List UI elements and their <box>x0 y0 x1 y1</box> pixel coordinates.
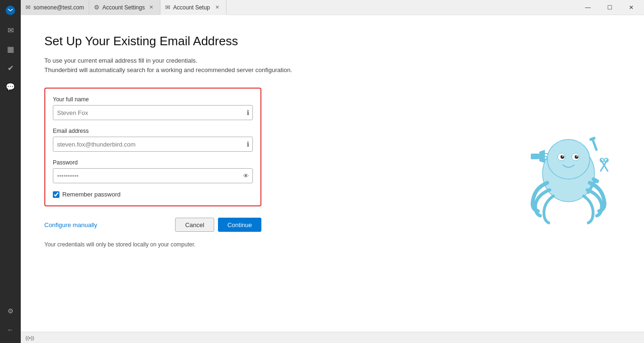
credentials-form-box: Your full name ℹ Email address ℹ <box>44 88 261 206</box>
settings-sidebar-icon[interactable]: ⚙ <box>0 302 21 320</box>
email-label: Email address <box>53 128 253 134</box>
svg-point-0 <box>6 6 15 15</box>
main-window: ✉ someone@test.com ⚙ Account Settings ✕ … <box>21 0 644 343</box>
email-sidebar-icon[interactable]: ✉ <box>0 21 21 40</box>
full-name-field-group: Your full name ℹ <box>53 96 253 120</box>
cancel-button[interactable]: Cancel <box>175 218 214 232</box>
full-name-label: Your full name <box>53 96 253 103</box>
remember-password-row: Remember password <box>53 191 253 198</box>
password-label: Password <box>53 159 253 166</box>
statusbar: ((•)) <box>21 332 644 343</box>
window-controls: — ☐ ✕ <box>575 0 644 15</box>
maximize-button[interactable]: ☐ <box>599 0 620 15</box>
email-input-wrapper: ℹ <box>53 137 253 152</box>
svg-rect-9 <box>531 154 539 159</box>
page-subtitle-1: To use your current email address fill i… <box>44 56 469 74</box>
remember-password-checkbox[interactable] <box>53 191 59 198</box>
full-name-input[interactable] <box>53 105 253 120</box>
full-name-input-wrapper: ℹ <box>53 105 253 120</box>
tab-setup-label: Account Setup <box>173 4 211 11</box>
email-input[interactable] <box>53 137 253 152</box>
content-area: Set Up Your Existing Email Address To us… <box>21 15 644 332</box>
password-input[interactable] <box>53 168 253 183</box>
calendar-sidebar-icon[interactable]: ▦ <box>0 40 21 58</box>
full-name-info-icon[interactable]: ℹ <box>247 109 249 116</box>
sidebar: ✉ ▦ ✔ 💬 ⚙ ← <box>0 0 21 343</box>
tab-email[interactable]: ✉ someone@test.com <box>21 0 89 15</box>
tab-setup-icon: ✉ <box>165 4 170 11</box>
email-info-icon[interactable]: ℹ <box>247 140 249 148</box>
email-field-group: Email address ℹ <box>53 128 253 152</box>
main-content: Set Up Your Existing Email Address To us… <box>21 15 493 332</box>
titlebar: ✉ someone@test.com ⚙ Account Settings ✕ … <box>21 0 644 15</box>
password-toggle-icon[interactable]: 👁 <box>243 172 249 180</box>
tab-email-label: someone@test.com <box>33 4 84 11</box>
svg-point-8 <box>577 155 578 157</box>
password-field-group: Password 👁 <box>53 159 253 183</box>
back-sidebar-icon[interactable]: ← <box>0 320 21 339</box>
tab-account-settings[interactable]: ⚙ Account Settings ✕ <box>89 0 160 15</box>
tabs-container: ✉ someone@test.com ⚙ Account Settings ✕ … <box>21 0 575 15</box>
continue-button[interactable]: Continue <box>218 218 261 232</box>
tasks-sidebar-icon[interactable]: ✔ <box>0 58 21 77</box>
configure-manually-link[interactable]: Configure manually <box>44 221 171 229</box>
close-button[interactable]: ✕ <box>620 0 642 15</box>
wifi-icon: ((•)) <box>25 335 34 341</box>
svg-point-2 <box>547 139 590 179</box>
minimize-button[interactable]: — <box>577 0 599 15</box>
tab-settings-close[interactable]: ✕ <box>148 4 155 11</box>
tab-email-icon: ✉ <box>25 4 31 11</box>
tab-setup-close[interactable]: ✕ <box>214 4 221 11</box>
tab-settings-icon: ⚙ <box>94 4 100 11</box>
svg-point-7 <box>562 155 564 157</box>
footer-note: Your credentials will only be stored loc… <box>44 241 469 248</box>
page-title: Set Up Your Existing Email Address <box>44 34 469 49</box>
password-input-wrapper: 👁 <box>53 168 253 183</box>
tab-settings-label: Account Settings <box>102 4 145 11</box>
actions-row: Configure manually Cancel Continue <box>44 218 261 232</box>
remember-password-label: Remember password <box>62 191 121 198</box>
illustration-area <box>493 15 644 332</box>
chat-sidebar-icon[interactable]: 💬 <box>0 77 21 96</box>
app-logo <box>0 0 21 21</box>
tab-account-setup[interactable]: ✉ Account Setup ✕ <box>160 0 226 15</box>
octopus-illustration <box>521 122 616 225</box>
